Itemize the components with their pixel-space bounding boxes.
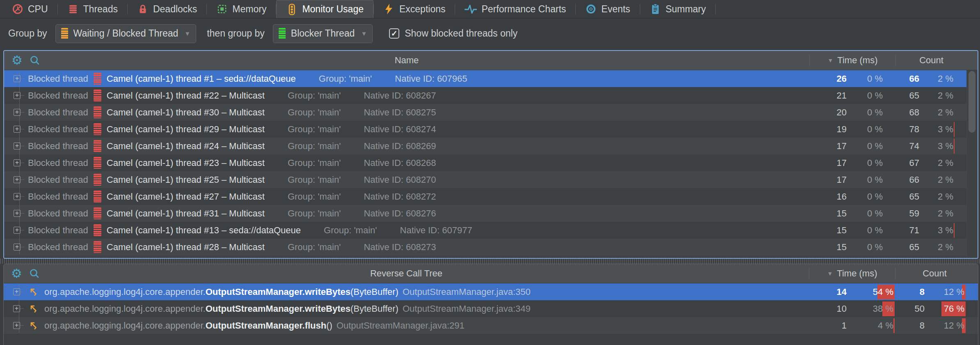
- thread-state-label: Blocked thread: [28, 242, 88, 253]
- thread-native-id: Native ID: 608272: [364, 191, 436, 202]
- tab-label: Deadlocks: [153, 4, 197, 15]
- expand-icon[interactable]: [14, 227, 21, 234]
- count-value: 74: [893, 141, 919, 152]
- time-value: 15: [807, 225, 847, 236]
- tab-events[interactable]: Events: [576, 0, 639, 18]
- tab-monitor-usage[interactable]: Monitor Usage: [276, 0, 373, 18]
- then-group-by-dropdown[interactable]: Blocker Thread ▼: [273, 24, 373, 43]
- blocked-thread-row[interactable]: Blocked thread Camel (camel-1) thread #2…: [4, 138, 966, 154]
- blocked-thread-row[interactable]: Blocked thread Camel (camel-1) thread #1…: [4, 222, 966, 239]
- blocked-thread-row[interactable]: Blocked thread Camel (camel-1) thread #2…: [4, 121, 966, 138]
- tab-threads[interactable]: Threads: [58, 0, 127, 18]
- thread-name: Camel (camel-1) thread #22 – Multicast: [107, 90, 265, 101]
- search-icon[interactable]: [30, 55, 40, 66]
- expand-icon[interactable]: [14, 159, 21, 166]
- count-value: 65: [893, 242, 919, 253]
- cpu-clock-icon: [12, 3, 23, 15]
- time-value: 17: [807, 158, 847, 168]
- thread-native-id: Native ID: 608268: [364, 158, 436, 168]
- count-column-header[interactable]: Count: [895, 268, 978, 279]
- tab-performance-charts[interactable]: Performance Charts: [455, 0, 575, 18]
- expand-icon[interactable]: [14, 143, 21, 150]
- percent-bar: [954, 139, 955, 154]
- expand-icon[interactable]: [14, 75, 21, 82]
- vertical-scrollbar[interactable]: [966, 70, 978, 258]
- blocked-thread-row[interactable]: Blocked thread Camel (camel-1) thread #3…: [4, 104, 966, 121]
- count-column-header[interactable]: Count: [896, 55, 978, 66]
- gear-icon[interactable]: ⚙: [11, 267, 22, 280]
- name-column-header[interactable]: ⚙ Name: [4, 51, 809, 70]
- tab-summary[interactable]: Summary: [640, 0, 715, 18]
- time-value: 1: [807, 320, 847, 331]
- thread-name-cell: Blocked thread Camel (camel-1) thread #2…: [4, 174, 807, 186]
- call-tree-title-header[interactable]: ⚙ Reverse Call Tree: [4, 264, 809, 283]
- row-values: 14 54 % 8 12 %: [807, 283, 978, 300]
- expand-icon[interactable]: [13, 322, 20, 329]
- count-value: 65: [893, 90, 919, 101]
- blocked-thread-row[interactable]: Blocked thread Camel (camel-1) thread #3…: [4, 205, 966, 222]
- tab-memory[interactable]: Memory: [207, 0, 276, 18]
- thread-state-label: Blocked thread: [28, 141, 88, 152]
- group-by-dropdown[interactable]: Waiting / Blocked Thread ▼: [55, 24, 197, 43]
- row-values: 15 0 % 65 2 %: [807, 239, 966, 255]
- count-value: 50: [893, 304, 925, 314]
- expand-icon[interactable]: [14, 109, 21, 116]
- expand-icon[interactable]: [14, 92, 21, 99]
- expand-icon[interactable]: [14, 244, 21, 251]
- then-group-by-value: Blocker Thread: [291, 28, 355, 39]
- panel-splitter[interactable]: [0, 259, 980, 264]
- gear-icon[interactable]: ⚙: [11, 54, 23, 67]
- thread-name-cell: Blocked thread Camel (camel-1) thread #1…: [4, 73, 807, 85]
- call-tree-row[interactable]: org.apache.logging.log4j.core.appender.O…: [4, 317, 978, 334]
- time-percent: 38 %: [847, 304, 893, 314]
- lightning-icon: [383, 3, 395, 15]
- count-percent: 12 %: [925, 287, 964, 297]
- tree-connector: [21, 247, 24, 247]
- tree-connector: [20, 325, 24, 326]
- call-tree-row[interactable]: org.apache.logging.log4j.core.appender.O…: [4, 283, 978, 300]
- thread-state-label: Blocked thread: [28, 225, 88, 236]
- tab-cpu[interactable]: CPU: [2, 0, 57, 18]
- count-percent: 3 %: [919, 225, 953, 236]
- tree-connector: [21, 196, 24, 197]
- tab-label: Memory: [232, 4, 266, 15]
- thread-name-cell: Blocked thread Camel (camel-1) thread #1…: [4, 224, 807, 236]
- blocked-thread-row[interactable]: Blocked thread Camel (camel-1) thread #2…: [4, 188, 966, 205]
- tree-connector: [21, 213, 24, 214]
- blocked-thread-row[interactable]: Blocked thread Camel (camel-1) thread #2…: [4, 154, 966, 171]
- scrollbar-thumb[interactable]: [969, 71, 975, 133]
- time-percent: 0 %: [847, 208, 883, 219]
- expand-icon[interactable]: [14, 210, 21, 217]
- blocked-thread-row[interactable]: Blocked thread Camel (camel-1) thread #2…: [4, 239, 966, 255]
- call-tree-row[interactable]: org.apache.logging.log4j.core.appender.O…: [4, 300, 978, 317]
- time-column-header[interactable]: ▼ Time (ms): [809, 268, 895, 279]
- thread-name: Camel (camel-1) thread #25 – Multicast: [107, 175, 265, 185]
- expand-icon[interactable]: [13, 288, 20, 295]
- thread-name-cell: Blocked thread Camel (camel-1) thread #2…: [4, 157, 807, 169]
- expand-icon[interactable]: [14, 126, 21, 133]
- group-by-label: Group by: [8, 28, 47, 39]
- blocked-thread-icon: [94, 140, 101, 152]
- search-icon[interactable]: [29, 268, 40, 279]
- tab-deadlocks[interactable]: Deadlocks: [128, 0, 206, 18]
- thread-native-id: Native ID: 608270: [364, 175, 436, 185]
- time-value: 14: [807, 287, 847, 297]
- expand-icon[interactable]: [14, 193, 21, 200]
- expand-icon[interactable]: [13, 305, 20, 312]
- row-values: 26 0 % 66 2 %: [807, 70, 966, 87]
- count-value: 66: [893, 74, 919, 84]
- time-column-header[interactable]: ▼ Time (ms): [810, 55, 895, 66]
- thread-name-cell: Blocked thread Camel (camel-1) thread #2…: [4, 241, 807, 253]
- blocked-thread-row[interactable]: Blocked thread Camel (camel-1) thread #2…: [4, 171, 966, 188]
- row-values: 15 0 % 71 3 %: [807, 222, 966, 239]
- time-value: 17: [807, 141, 847, 152]
- blocked-thread-row[interactable]: Blocked thread Camel (camel-1) thread #2…: [4, 87, 966, 104]
- blocked-thread-row[interactable]: Blocked thread Camel (camel-1) thread #1…: [4, 70, 966, 87]
- time-percent: 0 %: [847, 90, 883, 101]
- thread-name-cell: Blocked thread Camel (camel-1) thread #2…: [4, 191, 807, 202]
- count-value: 8: [893, 320, 925, 331]
- show-blocked-threads-checkbox[interactable]: ✓: [389, 28, 399, 39]
- expand-icon[interactable]: [14, 176, 21, 183]
- method-cell: org.apache.logging.log4j.core.appender.O…: [4, 287, 807, 297]
- tab-exceptions[interactable]: Exceptions: [374, 0, 455, 18]
